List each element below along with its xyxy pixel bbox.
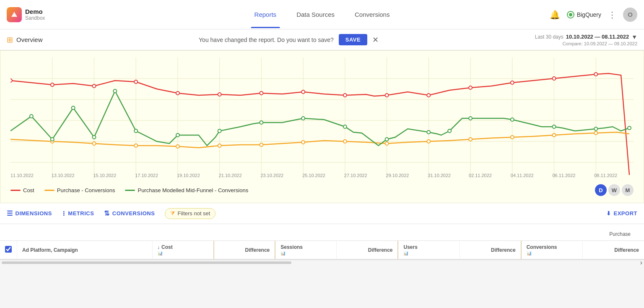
date-compare: Compare: 10.09.2022 — 09.10.2022 xyxy=(562,41,637,46)
purchase-dot xyxy=(553,133,556,137)
purchase-dot xyxy=(511,136,514,139)
dimensions-icon: ☰ xyxy=(7,209,13,217)
x-label: 11.10.2022 xyxy=(10,173,34,178)
modelled-dot xyxy=(51,138,54,141)
filters-button[interactable]: ⧩ Filters not set xyxy=(165,208,216,219)
purchase-dot xyxy=(176,145,179,148)
x-label: 25.10.2022 xyxy=(302,173,325,178)
modelled-dot xyxy=(134,129,138,133)
period-month-button[interactable]: M xyxy=(622,184,634,196)
chart-legend: Cost Purchase - Conversions Purchase Mod… xyxy=(10,181,634,199)
users-chart-icon: 📊 xyxy=(403,251,408,256)
purchase-dot xyxy=(134,144,138,147)
th-conversions-container: Conversions 📊 xyxy=(527,244,577,256)
th-cost-label-row: ↓ Cost xyxy=(158,244,173,250)
nav-data-sources[interactable]: Data Sources xyxy=(286,1,345,28)
app-subtitle: Sandbox xyxy=(25,15,45,21)
modelled-dot xyxy=(448,129,451,133)
date-label: Last 30 days xyxy=(535,34,564,40)
x-label: 31.10.2022 xyxy=(428,173,451,178)
legend-modelled: Purchase Modelled Mid-Funnel - Conversio… xyxy=(125,187,248,193)
nav-reports[interactable]: Reports xyxy=(244,1,287,28)
cost-dot xyxy=(343,94,347,97)
cost-dot xyxy=(469,86,472,89)
save-notice: You have changed the report. Do you want… xyxy=(43,34,535,45)
th-conversions-label: Conversions xyxy=(527,244,557,250)
app-logo-icon xyxy=(7,7,22,22)
legend-purchase: Purchase - Conversions xyxy=(44,187,115,193)
legend-cost-label: Cost xyxy=(23,187,34,193)
x-label: 02.11.2022 xyxy=(469,173,492,178)
scroll-track[interactable] xyxy=(2,261,291,264)
more-options-icon[interactable]: ⋮ xyxy=(608,10,616,20)
scroll-right-icon[interactable]: › xyxy=(640,259,642,265)
cost-line xyxy=(10,73,629,175)
export-label: EXPORT xyxy=(614,210,637,217)
bigquery-selector[interactable]: BigQuery xyxy=(567,11,601,18)
th-campaign-label: Ad Platform, Campaign xyxy=(22,247,78,253)
th-conversions-diff-label: Difference xyxy=(614,247,639,253)
dimensions-button[interactable]: ☰ DIMENSIONS xyxy=(7,209,52,217)
th-cost-diff: Difference xyxy=(214,241,275,259)
data-table: Ad Platform, Campaign ↓ Cost 📊 Differenc… xyxy=(0,241,644,260)
sessions-chart-icon: 📊 xyxy=(280,251,286,256)
th-sessions-label: Sessions xyxy=(280,244,303,250)
cost-dot xyxy=(301,90,305,94)
cost-dot xyxy=(594,73,597,76)
purchase-dot xyxy=(343,140,347,143)
save-button[interactable]: SAVE xyxy=(339,34,367,45)
period-day-button[interactable]: D xyxy=(595,184,607,196)
save-notice-text: You have changed the report. Do you want… xyxy=(199,37,334,43)
table-header: Ad Platform, Campaign ↓ Cost 📊 Differenc… xyxy=(0,241,644,259)
bottom-toolbar: ☰ DIMENSIONS ⫶ METRICS ⇅ CONVERSIONS ⧩ F… xyxy=(0,203,644,224)
purchase-header-row: Purchase xyxy=(0,224,644,241)
x-label: 19.10.2022 xyxy=(177,173,200,178)
th-users-label: Users xyxy=(403,244,417,250)
cost-dot xyxy=(553,77,556,80)
metrics-button[interactable]: ⫶ METRICS xyxy=(62,210,94,217)
legend-purchase-line xyxy=(44,190,55,191)
period-week-button[interactable]: W xyxy=(608,184,620,196)
logo-text: Demo Sandbox xyxy=(25,8,45,21)
close-save-notice-button[interactable]: ✕ xyxy=(372,35,379,44)
user-avatar[interactable]: O xyxy=(623,8,637,22)
chart-area: 11.10.2022 13.10.2022 15.10.2022 17.10.2… xyxy=(0,50,644,203)
nav-conversions[interactable]: Conversions xyxy=(345,1,400,28)
legend-cost: Cost xyxy=(10,187,34,193)
chart-svg: 11.10.2022 13.10.2022 15.10.2022 17.10.2… xyxy=(10,57,634,179)
purchase-dot xyxy=(301,141,305,144)
purchase-dot xyxy=(427,140,430,143)
th-sessions-diff: Difference xyxy=(337,241,398,259)
nav-right: 🔔 BigQuery ⋮ O xyxy=(550,8,637,22)
th-cost-diff-label: Difference xyxy=(245,247,270,253)
cost-dot xyxy=(218,93,221,96)
overview-label: Overview xyxy=(16,36,43,43)
th-users: Users 📊 xyxy=(398,241,460,259)
conversions-button[interactable]: ⇅ CONVERSIONS xyxy=(104,209,155,217)
date-dropdown-icon[interactable]: ▼ xyxy=(631,34,637,40)
x-label: 29.10.2022 xyxy=(386,173,409,178)
modelled-dot xyxy=(30,115,33,118)
notification-bell-icon[interactable]: 🔔 xyxy=(550,10,560,20)
th-checkbox xyxy=(0,241,17,259)
scroll-bar-area: › xyxy=(0,260,644,265)
modelled-dot xyxy=(260,121,263,124)
conversions-chart-icon: 📊 xyxy=(527,251,532,256)
data-table-area: Purchase Ad Platform, Campaign ↓ Cost � xyxy=(0,224,644,265)
purchase-dot xyxy=(218,144,221,147)
conversions-label: CONVERSIONS xyxy=(112,210,155,217)
th-cost: ↓ Cost 📊 xyxy=(152,241,214,259)
date-range-value: 10.10.2022 — 08.11.2022 xyxy=(566,34,629,40)
modelled-dot xyxy=(176,133,179,137)
modelled-dot xyxy=(72,106,75,110)
export-button[interactable]: ⬇ EXPORT xyxy=(606,210,637,217)
modelled-dot xyxy=(628,126,631,130)
top-navigation: Demo Sandbox Reports Data Sources Conver… xyxy=(0,0,644,29)
th-cost-label: Cost xyxy=(161,244,173,250)
legend-modelled-line xyxy=(125,190,135,191)
period-buttons: D W M xyxy=(595,184,634,196)
bigquery-dot-inner xyxy=(569,13,572,16)
date-range-selector[interactable]: Last 30 days 10.10.2022 — 08.11.2022 ▼ C… xyxy=(535,34,637,46)
select-all-checkbox[interactable] xyxy=(5,246,12,253)
bigquery-status-icon xyxy=(567,11,574,18)
